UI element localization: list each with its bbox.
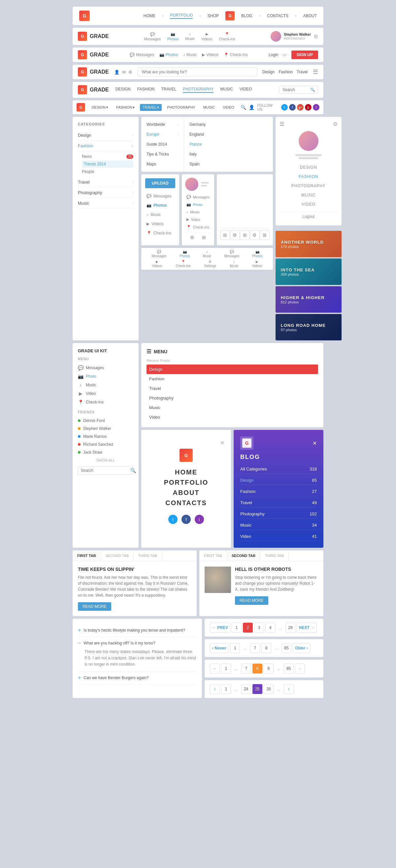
tab-third-right[interactable]: THIRD TAB [260, 550, 289, 561]
kit-friend-2[interactable]: Stephen Walker [78, 425, 133, 433]
modal-about[interactable]: ABOUT [173, 489, 199, 497]
tb-music[interactable]: ♪ Music [203, 250, 211, 258]
menu-fashion[interactable]: Fashion [146, 374, 318, 384]
blog-all-categories[interactable]: All Categories 318 [240, 465, 317, 474]
page-1-btn-3[interactable]: 1 [221, 663, 231, 674]
kit-video[interactable]: ▶ Video [78, 389, 133, 398]
phone3-icon5[interactable]: ⊞ [260, 230, 270, 240]
nav2-music[interactable]: ♪ Music [185, 32, 195, 41]
nav4-fashion[interactable]: Fashion [278, 70, 293, 74]
tab-first[interactable]: FIRST TAB [73, 550, 101, 561]
nav1-shop[interactable]: SHOP [207, 13, 219, 18]
nav5-music[interactable]: MUSIC [220, 87, 233, 93]
tab-first-right[interactable]: FIRST TAB [199, 550, 227, 561]
nav3-photos[interactable]: 📷 Photos [159, 53, 178, 57]
menu-travel[interactable]: Travel [146, 384, 318, 393]
page-4-btn[interactable]: 4 [265, 623, 275, 632]
modal-twitter-icon[interactable]: t [168, 515, 177, 524]
facebook-icon[interactable]: f [289, 104, 296, 111]
page-7-btn-3[interactable]: 7 [241, 663, 251, 674]
person-icon[interactable]: 👤 [114, 70, 120, 74]
nav5-design[interactable]: DESIGN [116, 87, 131, 93]
phone2-video[interactable]: ▶ Video [185, 216, 211, 223]
nav1-blog[interactable]: BLOG [241, 13, 252, 18]
menu-video[interactable]: Video [146, 412, 318, 422]
tb-photos2[interactable]: 📷 Photos [252, 250, 262, 258]
kit-search-icon[interactable]: 🔍 [130, 468, 136, 473]
nav3-checkins[interactable]: 📍 Check-Ins [224, 53, 248, 57]
dd-guide[interactable]: Guide 2014 [141, 139, 184, 149]
read-more-left[interactable]: READ MORE [78, 602, 111, 611]
instagram-icon[interactable]: i [313, 104, 320, 111]
cat-photography[interactable]: Photography › [78, 188, 133, 198]
page-1-btn-4[interactable]: 1 [221, 684, 231, 694]
page-29-btn[interactable]: 29 [286, 623, 295, 632]
nav4-settings-icon[interactable]: ⚙ [128, 70, 132, 74]
phone2-messages[interactable]: 💬 Messages [185, 193, 211, 200]
nav6-fashion[interactable]: FASHION ▾ [113, 104, 137, 111]
nav6-travel[interactable]: TRAVEL ▾ [140, 104, 162, 111]
tb-photos[interactable]: 📷 Photos [179, 250, 190, 258]
phone-nav-checkins[interactable]: 📍 Check-Ins [145, 229, 173, 237]
phone2-music[interactable]: ♪ Music [185, 209, 211, 215]
blog-travel[interactable]: Travel 49 [240, 498, 317, 507]
faq-question-1[interactable]: + Is today's hectic lifestyle making you… [78, 627, 197, 633]
page-25-btn[interactable]: 25 [253, 684, 262, 694]
modal-facebook-icon[interactable]: f [182, 515, 191, 524]
menu-photography[interactable]: Photography [146, 393, 318, 403]
cat-fashion-people[interactable]: People [82, 168, 133, 176]
older-btn[interactable]: Older › [293, 643, 310, 653]
kit-friend-5[interactable]: Jack Shaw [78, 448, 133, 456]
nav3-videos[interactable]: ▶ Videos [202, 53, 218, 57]
nav1-portfolio[interactable]: PORTFOLIO [170, 13, 193, 19]
tab-second[interactable]: SECOND TAB [101, 550, 134, 561]
modal-portfolio[interactable]: PORTFOLIO [164, 479, 208, 486]
gplus-icon[interactable]: g+ [297, 104, 304, 111]
kit-messages[interactable]: 💬 Messages [78, 364, 133, 372]
tb-checkins[interactable]: 📍 Check-Ins [175, 260, 190, 268]
phone2-photo[interactable]: 📷 Photo [185, 201, 211, 208]
nav4-travel[interactable]: Travel [297, 70, 307, 74]
tab-second-right[interactable]: SECOND TAB [227, 550, 260, 561]
nav3-music[interactable]: ♪ Music [183, 53, 197, 57]
phone-nav-photos[interactable]: 📷 Photos [145, 202, 168, 209]
email-icon[interactable]: ✉ [122, 70, 126, 74]
cat-music[interactable]: Music › [78, 198, 133, 209]
faq-question-2[interactable]: − What are you hacking off? Is it my tor… [78, 640, 197, 646]
modal-contacts[interactable]: CONTACTS [165, 499, 207, 507]
tb-settings[interactable]: ⚙ Settings [204, 260, 216, 268]
prev-btn-3[interactable]: ← [210, 663, 220, 674]
read-more-right[interactable]: READ MORE [235, 596, 268, 605]
settings-icon[interactable]: ⚙ [314, 33, 318, 40]
blog-photography[interactable]: Photography 102 [240, 509, 317, 519]
modal-instagram-icon[interactable]: i [195, 515, 204, 524]
nav4-design[interactable]: Design [262, 70, 274, 74]
nav2-checkins[interactable]: 📍 Check-Ins [219, 32, 235, 41]
kit-checkins[interactable]: 📍 Check-Ins [78, 398, 133, 406]
panel-menu-icon[interactable]: ☰ [279, 121, 284, 127]
kit-music[interactable]: ♪ Music [78, 381, 133, 389]
next-btn-4[interactable]: › [284, 684, 294, 694]
phone2-checkins[interactable]: 📍 Check-Ins [185, 223, 211, 230]
nav5-search-input[interactable] [283, 88, 309, 92]
page-7-btn[interactable]: 7 [250, 643, 260, 653]
dd-italy[interactable]: Italy [184, 149, 227, 159]
nav5-photography[interactable]: PHOTOGRAPHY [183, 87, 213, 93]
tb-videos2[interactable]: ▶ Videos [252, 260, 262, 268]
nav2-videos[interactable]: ▶ Videos [201, 32, 212, 41]
nav2-photos[interactable]: 📷 Photos [167, 32, 178, 41]
dd-worldwide[interactable]: Worldwide › [141, 120, 184, 129]
page-2-btn[interactable]: 2 [243, 623, 253, 632]
phone3-settings-icon[interactable]: ⚙ [230, 230, 240, 240]
page-24-btn[interactable]: 24 [241, 684, 251, 694]
nav6-music[interactable]: MUSIC [201, 104, 218, 111]
tab-third[interactable]: THIRD TAB [134, 550, 162, 561]
gallery-into-sea[interactable]: INTO THE SEA 359 photos [275, 258, 341, 285]
newer-btn[interactable]: ‹ Newer [210, 643, 229, 653]
kit-friend-1[interactable]: Dennis Ford [78, 417, 133, 425]
nav3-messages[interactable]: 💬 Messages [130, 53, 154, 57]
menu-music[interactable]: Music [146, 403, 318, 412]
pinterest-icon[interactable]: p [305, 104, 311, 111]
profile-btn[interactable]: 👤 [249, 105, 255, 110]
page-9-btn[interactable]: 9 [261, 643, 271, 653]
